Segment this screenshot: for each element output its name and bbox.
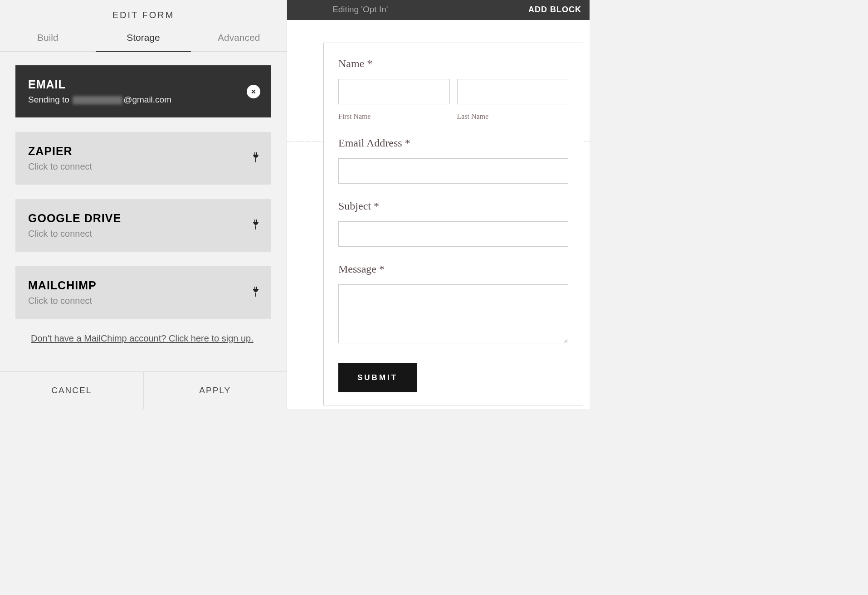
storage-card-google-drive[interactable]: GOOGLE DRIVE Click to connect bbox=[15, 199, 271, 252]
storage-list: EMAIL Sending to @gmail.com ✕ ZAPIER Cli… bbox=[0, 52, 287, 371]
preview-panel: Editing 'Opt In' ADD BLOCK Name * First … bbox=[287, 0, 590, 409]
tab-advanced[interactable]: Advanced bbox=[191, 28, 287, 51]
add-block-button[interactable]: ADD BLOCK bbox=[528, 5, 581, 15]
form-preview: Name * First Name Last Name Email Addres… bbox=[323, 43, 583, 405]
storage-card-subtitle: Click to connect bbox=[28, 161, 258, 172]
storage-card-zapier[interactable]: ZAPIER Click to connect bbox=[15, 132, 271, 185]
redacted-email-user bbox=[73, 96, 122, 104]
last-name-sublabel: Last Name bbox=[457, 112, 569, 121]
plug-icon bbox=[252, 152, 259, 164]
sending-to-suffix: @gmail.com bbox=[123, 95, 171, 104]
name-label: Name * bbox=[338, 58, 568, 70]
editing-label: Editing 'Opt In' bbox=[332, 5, 388, 15]
message-label: Message * bbox=[338, 263, 568, 275]
storage-card-mailchimp[interactable]: MAILCHIMP Click to connect bbox=[15, 266, 271, 319]
last-name-input[interactable] bbox=[457, 79, 569, 104]
storage-card-title: GOOGLE DRIVE bbox=[28, 212, 258, 225]
email-input[interactable] bbox=[338, 158, 568, 184]
first-name-input[interactable] bbox=[338, 79, 450, 104]
subject-label: Subject * bbox=[338, 200, 568, 212]
message-input[interactable] bbox=[338, 284, 568, 343]
storage-card-subtitle: Click to connect bbox=[28, 229, 258, 239]
tab-storage[interactable]: Storage bbox=[96, 28, 191, 51]
submit-button[interactable]: SUBMIT bbox=[338, 363, 417, 392]
panel-title: EDIT FORM bbox=[0, 0, 287, 28]
storage-card-subtitle: Sending to @gmail.com bbox=[28, 95, 258, 105]
storage-card-email[interactable]: EMAIL Sending to @gmail.com ✕ bbox=[15, 65, 271, 117]
close-icon[interactable]: ✕ bbox=[247, 85, 260, 98]
tab-build[interactable]: Build bbox=[0, 28, 96, 51]
storage-card-title: MAILCHIMP bbox=[28, 279, 258, 292]
topbar: Editing 'Opt In' ADD BLOCK bbox=[287, 0, 590, 20]
name-row: First Name Last Name bbox=[338, 79, 568, 121]
preview-area: Name * First Name Last Name Email Addres… bbox=[287, 20, 590, 409]
storage-card-title: EMAIL bbox=[28, 78, 258, 91]
email-label: Email Address * bbox=[338, 137, 568, 149]
subject-input[interactable] bbox=[338, 221, 568, 247]
storage-card-title: ZAPIER bbox=[28, 145, 258, 158]
plug-icon bbox=[252, 287, 259, 298]
cancel-button[interactable]: CANCEL bbox=[0, 372, 144, 409]
apply-button[interactable]: APPLY bbox=[144, 372, 287, 409]
sending-to-prefix: Sending to bbox=[28, 95, 72, 104]
plug-icon bbox=[252, 219, 259, 231]
panel-footer: CANCEL APPLY bbox=[0, 371, 287, 409]
edit-form-panel: EDIT FORM Build Storage Advanced EMAIL S… bbox=[0, 0, 287, 409]
mailchimp-signup-link[interactable]: Don't have a MailChimp account? Click he… bbox=[15, 333, 271, 353]
storage-card-subtitle: Click to connect bbox=[28, 296, 258, 306]
tabs: Build Storage Advanced bbox=[0, 28, 287, 52]
first-name-sublabel: First Name bbox=[338, 112, 450, 121]
